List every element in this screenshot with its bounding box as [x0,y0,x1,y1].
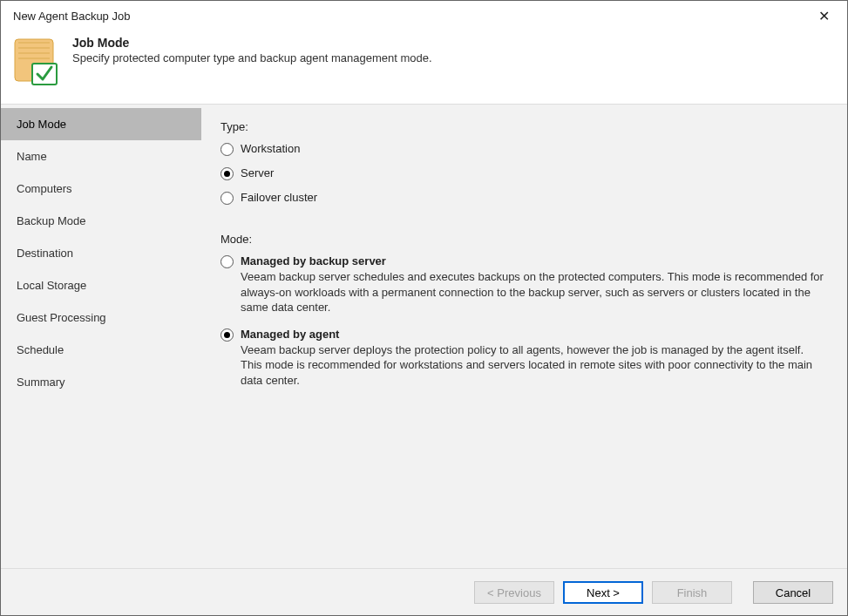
next-button[interactable]: Next > [563,581,643,604]
sidebar-step-summary[interactable]: Summary [1,366,201,398]
wizard-body: Job Mode Name Computers Backup Mode Dest… [1,105,847,568]
sidebar-step-label: Backup Mode [17,214,86,227]
radio-label: Managed by backup server [241,254,824,267]
radio-description: Veeam backup server schedules and execut… [241,269,824,315]
cancel-button[interactable]: Cancel [753,581,833,604]
radio-description: Veeam backup server deploys the protecti… [241,342,824,389]
mode-option-managed-by-backup-server[interactable]: Managed by backup server Veeam backup se… [220,254,824,315]
wizard-sidebar: Job Mode Name Computers Backup Mode Dest… [1,105,201,568]
sidebar-step-label: Name [17,150,47,163]
radio-icon[interactable] [220,255,234,268]
sidebar-step-label: Summary [17,376,65,389]
wizard-icon [13,36,60,88]
radio-icon[interactable] [220,167,234,180]
type-option-server[interactable]: Server [220,166,824,180]
page-subtitle: Specify protected computer type and back… [72,51,432,64]
sidebar-step-backup-mode[interactable]: Backup Mode [1,205,201,237]
type-option-workstation[interactable]: Workstation [220,142,824,156]
sidebar-step-schedule[interactable]: Schedule [1,334,201,366]
mode-option-managed-by-agent[interactable]: Managed by agent Veeam backup server dep… [220,328,824,389]
wizard-header: Job Mode Specify protected computer type… [1,30,847,105]
mode-option-text: Managed by backup server Veeam backup se… [241,254,824,315]
svg-rect-1 [32,64,57,85]
radio-label: Workstation [241,142,300,155]
sidebar-step-job-mode[interactable]: Job Mode [1,108,201,140]
titlebar: New Agent Backup Job ✕ [1,1,847,30]
sidebar-step-label: Guest Processing [17,311,106,324]
mode-group-label: Mode: [220,233,824,246]
previous-button: < Previous [474,581,554,604]
wizard-footer: < Previous Next > Finish Cancel [1,568,847,616]
wizard-content: Type: Workstation Server Failover cluste… [201,105,847,568]
close-icon[interactable]: ✕ [811,6,837,26]
wizard-header-text: Job Mode Specify protected computer type… [72,36,432,64]
sidebar-step-label: Destination [17,247,73,260]
sidebar-step-destination[interactable]: Destination [1,237,201,269]
sidebar-step-guest-processing[interactable]: Guest Processing [1,301,201,334]
sidebar-step-label: Local Storage [17,279,86,292]
radio-label: Managed by agent [241,328,824,341]
page-title: Job Mode [72,36,432,50]
type-group-label: Type: [220,120,824,133]
radio-label: Failover cluster [241,191,317,204]
window-title: New Agent Backup Job [13,10,130,23]
sidebar-step-computers[interactable]: Computers [1,173,201,205]
radio-icon[interactable] [220,328,234,342]
sidebar-step-label: Schedule [17,343,64,356]
sidebar-step-local-storage[interactable]: Local Storage [1,269,201,301]
mode-option-text: Managed by agent Veeam backup server dep… [241,328,824,389]
radio-label: Server [241,166,274,179]
sidebar-step-name[interactable]: Name [1,140,201,173]
radio-icon[interactable] [220,143,234,156]
sidebar-step-label: Computers [17,182,72,195]
radio-icon[interactable] [220,192,234,205]
type-option-failover-cluster[interactable]: Failover cluster [220,191,824,205]
finish-button: Finish [652,581,732,604]
sidebar-step-label: Job Mode [17,118,66,131]
